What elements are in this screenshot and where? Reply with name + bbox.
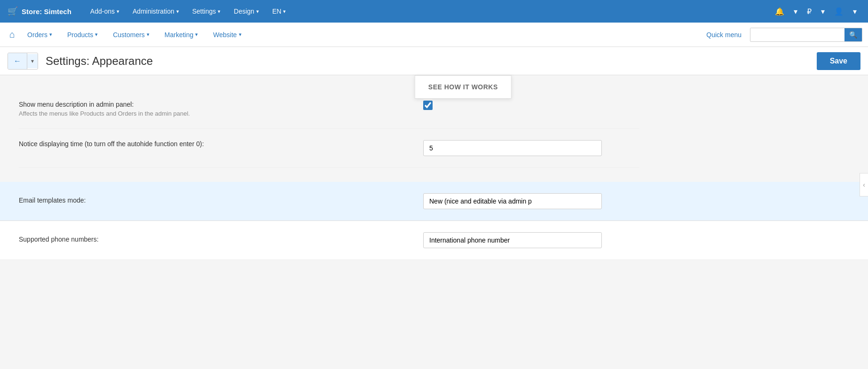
sec-nav-marketing[interactable]: Marketing ▾ [158, 23, 205, 47]
sec-nav-customers[interactable]: Customers ▾ [106, 23, 156, 47]
website-chevron-icon: ▾ [239, 31, 242, 38]
setting-label-show-menu-desc: Show menu description in admin panel: Af… [19, 101, 423, 117]
search-button[interactable]: 🔍 [844, 28, 862, 41]
page-title: Settings: Appearance [46, 55, 153, 68]
design-chevron-icon: ▾ [256, 8, 259, 15]
orders-chevron-icon: ▾ [49, 31, 52, 38]
nav-language[interactable]: EN ▾ [267, 0, 292, 23]
setting-label-phone-numbers: Supported phone numbers: [19, 236, 423, 245]
user-icon[interactable]: 👤 [830, 0, 847, 23]
user-chevron-icon[interactable]: ▾ [849, 0, 860, 23]
sec-nav-website[interactable]: Website ▾ [206, 23, 248, 47]
nav-settings[interactable]: Settings ▾ [187, 0, 227, 23]
admin-chevron-icon: ▾ [176, 8, 179, 15]
setting-notice-time: Notice displaying time (to turn off the … [19, 129, 639, 168]
store-name[interactable]: 🛒 Store: Simtech [8, 6, 71, 16]
back-btn-group: ← ▾ [8, 53, 38, 70]
top-nav: 🛒 Store: Simtech Add-ons ▾ Administratio… [0, 0, 868, 23]
settings-chevron-icon: ▾ [218, 8, 221, 15]
nav-design[interactable]: Design ▾ [228, 0, 265, 23]
bell-icon[interactable]: 🔔 [771, 0, 788, 23]
home-icon[interactable]: ⌂ [6, 29, 19, 40]
currency-icon[interactable]: ₽ [803, 0, 815, 23]
phone-numbers-select[interactable]: International phone number [423, 232, 602, 248]
setting-phone-numbers: Supported phone numbers: International p… [0, 221, 868, 260]
currency-chevron-icon[interactable]: ▾ [817, 0, 829, 23]
back-button[interactable]: ← [8, 53, 27, 69]
marketing-chevron-icon: ▾ [195, 31, 198, 38]
search-input[interactable] [750, 28, 844, 41]
email-templates-select[interactable]: New (nice and editable via admin p [423, 193, 602, 209]
setting-label-email-templates: Email templates mode: [19, 196, 423, 206]
main-content: Show menu description in admin panel: Af… [0, 75, 658, 182]
right-collapse-arrow[interactable]: ‹ [860, 173, 868, 196]
setting-control-notice-time [423, 140, 639, 156]
header-dropdown-button[interactable]: ▾ [27, 54, 38, 68]
save-button[interactable]: Save [817, 52, 860, 70]
secondary-nav: ⌂ Orders ▾ Products ▾ Customers ▾ Market… [0, 23, 868, 47]
page-header: ← ▾ Settings: Appearance Save SEE HOW IT… [0, 47, 868, 75]
setting-control-show-menu-desc [423, 101, 639, 110]
setting-email-templates: Email templates mode: New (nice and edit… [0, 182, 868, 221]
products-chevron-icon: ▾ [95, 31, 98, 38]
sec-nav-products[interactable]: Products ▾ [61, 23, 104, 47]
addons-chevron-icon: ▾ [117, 8, 119, 15]
setting-label-notice-time: Notice displaying time (to turn off the … [19, 140, 423, 149]
show-menu-desc-checkbox[interactable] [423, 101, 433, 110]
bell-chevron-icon[interactable]: ▾ [790, 0, 801, 23]
nav-administration[interactable]: Administration ▾ [127, 0, 185, 23]
nav-addons[interactable]: Add-ons ▾ [85, 0, 125, 23]
setting-control-email-templates: New (nice and editable via admin p [423, 193, 849, 209]
cart-icon: 🛒 [8, 6, 18, 16]
see-how-tooltip[interactable]: SEE HOW IT WORKS [415, 75, 512, 99]
top-nav-links: Add-ons ▾ Administration ▾ Settings ▾ De… [85, 0, 767, 23]
setting-control-phone-numbers: International phone number [423, 232, 849, 248]
setting-show-menu-desc: Show menu description in admin panel: Af… [19, 89, 639, 129]
search-area: 🔍 [750, 28, 862, 42]
lang-chevron-icon: ▾ [283, 8, 286, 15]
top-nav-right: 🔔 ▾ ₽ ▾ 👤 ▾ [771, 0, 860, 23]
customers-chevron-icon: ▾ [147, 31, 150, 38]
sec-nav-orders[interactable]: Orders ▾ [21, 23, 59, 47]
quick-menu[interactable]: Quick menu [700, 31, 748, 39]
notice-time-input[interactable] [423, 140, 602, 156]
